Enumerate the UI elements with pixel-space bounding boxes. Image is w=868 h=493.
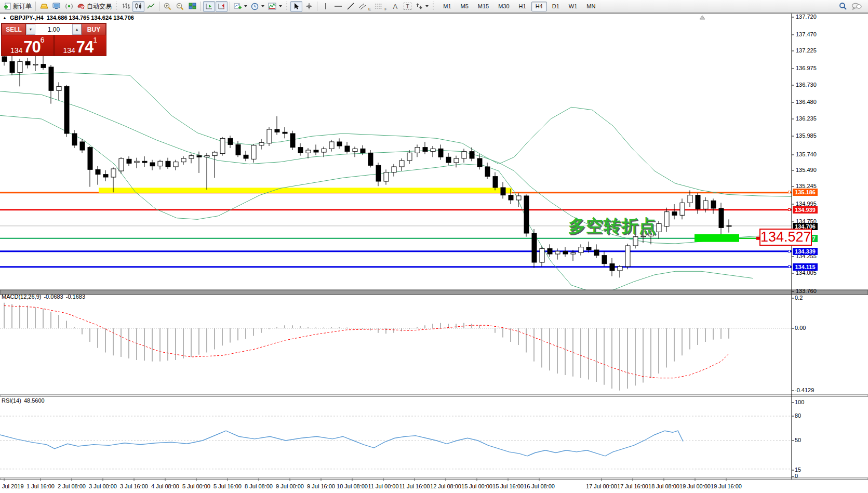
text-tool-button[interactable]: A [389,1,401,12]
arrows-icon [416,3,423,10]
candle-body [64,86,69,134]
toolbar-grip[interactable] [286,2,288,11]
sell-price[interactable]: 134 70 6 [2,35,55,56]
candle-body [173,162,178,167]
horizontal-line-tool-button[interactable] [332,1,344,12]
vertical-line-icon [323,3,328,10]
auto-trading-icon [77,3,85,10]
candle-body [586,247,591,250]
volume-input[interactable] [35,24,72,35]
collapse-panel-icon[interactable]: ▲ [3,16,7,20]
candle-body [41,64,46,68]
indicators-button[interactable] [266,1,284,12]
time-axis-label: 9 Jul 00:00 [276,483,304,489]
cursor-tool-button[interactable] [290,1,302,12]
trendline-tool-button[interactable] [344,1,356,12]
buy-price-pips: 74 [76,41,93,54]
candle-body [329,142,334,149]
candle-body [719,208,724,228]
auto-trading-button[interactable]: 自动交易 [75,1,113,12]
tf-mn[interactable]: MN [582,2,599,11]
tf-m15[interactable]: M15 [474,2,493,11]
buy-button[interactable]: BUY [82,23,106,35]
symbol-period-label: GBPJPY-,H4 [10,15,44,21]
deposit-button[interactable] [38,1,50,12]
sell-button[interactable]: SELL [2,23,26,35]
toolbar-grip[interactable] [115,2,118,11]
candle-body [672,212,677,216]
signal-button[interactable] [63,1,75,12]
tf-h1[interactable]: H1 [515,2,530,11]
volume-decrement-button[interactable]: ▼ [26,24,35,35]
candle-body [454,158,459,163]
candle-body [727,225,731,226]
chart-canvas[interactable] [0,0,868,493]
candle-body [205,156,209,157]
indicators-icon [268,3,276,10]
candle-body [220,138,225,153]
candle-body [189,156,194,158]
auto-scroll-button[interactable] [203,1,215,12]
time-axis-label: 11 Jul 00:00 [368,483,398,489]
signal-icon [65,3,73,10]
candlestick-chart-button[interactable] [132,1,144,12]
ohlc-values: 134.686 134.765 134.624 134.706 [47,15,134,21]
tf-d1[interactable]: D1 [548,2,564,11]
price-tag-notch [788,250,791,252]
terminal-icon [52,3,61,10]
candle-body [353,149,357,151]
buy-price[interactable]: 134 74 1 [55,35,106,56]
tf-m30[interactable]: M30 [494,2,513,11]
new-chart-button[interactable] [232,1,249,12]
arrows-tool-button[interactable] [414,1,430,12]
rsi-tick-label: 0 [795,473,798,479]
tile-windows-button[interactable] [186,1,198,12]
candle-body [33,64,38,65]
candle-body [563,251,568,254]
line-chart-button[interactable] [145,1,157,12]
price-tick-label: 137.470 [796,31,817,37]
candle-body [135,161,139,163]
candle-body [392,167,396,172]
macd-value-1: -0.0683 [44,294,63,300]
separator [201,2,201,11]
channel-tool-button[interactable]: E [357,1,372,12]
new-order-button[interactable]: 新订单 [2,1,33,12]
pane-separator-1 [0,290,868,295]
time-axis-label: 3 Jul 00:00 [89,483,117,489]
zoom-in-icon [164,3,171,10]
candle-body [119,158,124,171]
periods-button[interactable] [249,1,266,12]
sell-price-pips: 70 [23,41,40,54]
zoom-out-button[interactable] [174,1,186,12]
crosshair-tool-button[interactable] [303,1,315,12]
tf-m1[interactable]: M1 [439,2,455,11]
candle-body [57,86,61,90]
time-axis-label: 15 Jul 16:00 [492,483,524,489]
price-tick-label: 135.985 [796,132,817,139]
zoom-in-button[interactable] [162,1,173,12]
chat-icon[interactable] [851,3,862,10]
volume-increment-button[interactable]: ▲ [72,24,82,35]
line-chart-icon [147,3,155,10]
toolbar-grip[interactable] [432,2,435,11]
bar-chart-button[interactable] [120,1,132,12]
tf-h4[interactable]: H4 [531,2,547,11]
candle-body [142,161,147,163]
search-icon[interactable] [839,2,847,10]
vertical-line-tool-button[interactable] [319,1,331,12]
level-price-box[interactable]: 134.527 [759,229,812,246]
time-axis-label: 9 Jul 16:00 [307,483,335,489]
candle-body [438,149,443,157]
price-tag-134.115: 134.115 [793,263,818,271]
text-label-tool-button[interactable]: T [402,1,413,12]
fibonacci-tool-button[interactable]: F [373,1,389,12]
candle-body [80,142,85,150]
tf-w1[interactable]: W1 [565,2,582,11]
price-tag-134.339: 134.339 [793,248,818,255]
tf-m5[interactable]: M5 [457,2,473,11]
terminal-button[interactable] [50,1,62,12]
candle-body [314,150,318,152]
price-tag-notch [788,265,791,268]
chart-shift-button[interactable] [216,1,228,12]
